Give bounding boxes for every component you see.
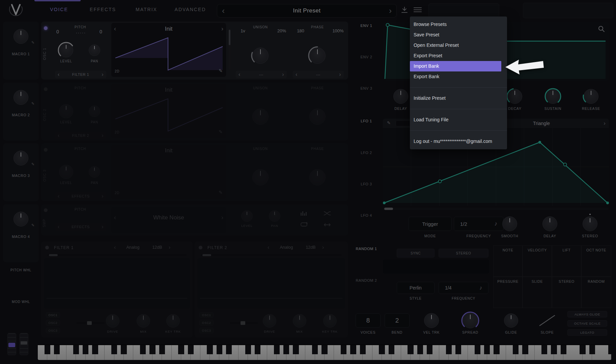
menu-divider [410, 130, 507, 131]
menu-item-open-external-preset[interactable]: Open External Preset [410, 40, 507, 51]
menu-item-save-preset[interactable]: Save Preset [410, 30, 507, 40]
menu-item-logout[interactable]: Log out - mu**************@gmail.com [410, 136, 507, 147]
pointer-arrow-annotation [504, 57, 544, 77]
menu-item-load-tuning-file[interactable]: Load Tuning File [410, 115, 507, 125]
menu-divider [410, 87, 507, 88]
modal-dim-overlay [0, 0, 616, 364]
menu-item-import-bank[interactable]: Import Bank [410, 61, 501, 71]
menu-item-export-bank[interactable]: Export Bank [410, 71, 507, 82]
menu-item-export-preset[interactable]: Export Preset [410, 51, 507, 61]
preset-dropdown-menu: Browse Presets Save Preset Open External… [410, 17, 507, 149]
menu-divider [410, 109, 507, 109]
menu-item-browse-presets[interactable]: Browse Presets [410, 19, 507, 30]
menu-item-initialize-preset[interactable]: Initialize Preset [410, 93, 507, 103]
